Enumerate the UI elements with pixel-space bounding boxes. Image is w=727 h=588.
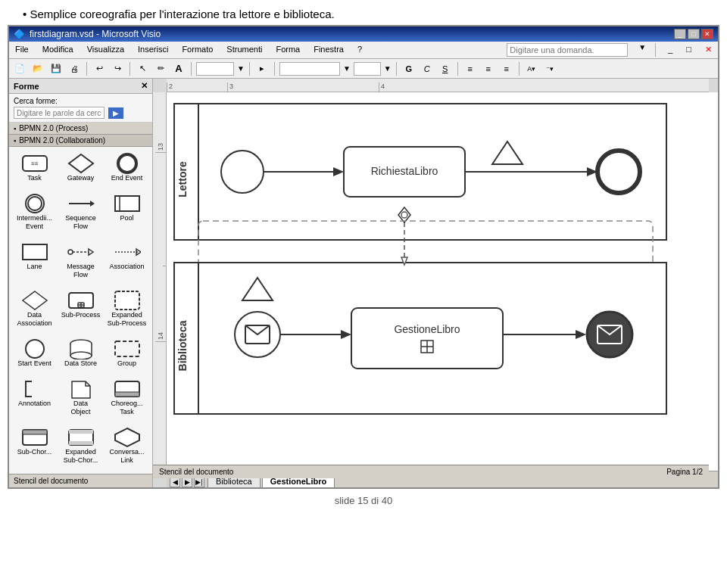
pencil-tool[interactable]: ✏: [153, 61, 168, 76]
svg-rect-35: [69, 441, 93, 445]
font-input[interactable]: Arial: [279, 62, 340, 76]
lettore-start-event[interactable]: [221, 151, 264, 193]
align-right-button[interactable]: ≡: [499, 61, 514, 76]
stencil-footer[interactable]: Stencil del documento: [9, 474, 152, 487]
font-dropdown-icon[interactable]: ▼: [343, 64, 351, 73]
new-button[interactable]: 📄: [12, 61, 27, 76]
stencil-bpmn-process[interactable]: ▪ BPMN 2.0 (Process): [9, 123, 152, 135]
shape-start-event[interactable]: Start Event: [12, 335, 57, 374]
save-button[interactable]: 💾: [48, 61, 64, 76]
shape-intermediate-event[interactable]: Intermedii... Event: [12, 190, 57, 237]
ruler-tick-v-2: [163, 153, 166, 266]
title-bar: 🔷 firstdiagram.vsd - Microsoft Visio _ □…: [9, 26, 718, 42]
shape-data-association-label: Data Association: [17, 311, 51, 328]
svg-rect-34: [69, 430, 93, 434]
shape-lane[interactable]: Lane: [12, 238, 57, 285]
italic-button[interactable]: C: [420, 61, 435, 76]
help-search-input[interactable]: [507, 43, 628, 57]
svg-rect-32: [23, 430, 47, 434]
fontsize-input[interactable]: 12pt: [354, 62, 381, 76]
shape-task[interactable]: ≡≡ Task: [12, 150, 57, 188]
pointer-tool[interactable]: ↖: [135, 61, 150, 76]
status-bar: Stencil del documento Pagina 1/2: [153, 465, 709, 478]
gestione-libro-task[interactable]: [351, 308, 503, 369]
print-button[interactable]: 🖨: [67, 61, 82, 76]
tab-prev-button[interactable]: ◀: [170, 477, 180, 487]
shapes-search-input[interactable]: [14, 107, 105, 119]
shape-expanded-sub-process[interactable]: Expanded Sub-Process: [105, 287, 149, 334]
slide-number: slide 15 di 40: [335, 495, 393, 506]
shape-data-store-label: Data Store: [64, 359, 97, 368]
menu-help[interactable]: ?: [354, 43, 365, 57]
menu-modifica[interactable]: Modifica: [39, 43, 76, 57]
text-tool[interactable]: A: [171, 61, 186, 76]
maximize-button[interactable]: □: [688, 29, 700, 39]
shape-data-object[interactable]: Data Object: [58, 375, 103, 422]
format-btn[interactable]: ▸: [254, 61, 270, 76]
menu-forma[interactable]: Forma: [273, 43, 303, 57]
shape-message-flow[interactable]: Message Flow: [58, 238, 103, 285]
shape-intermediate-event-label: Intermedii... Event: [17, 214, 52, 231]
shape-data-association[interactable]: Data Association: [12, 287, 57, 334]
shape-conversation-link[interactable]: Conversa... Link: [105, 424, 149, 471]
toolbar-restore-icon[interactable]: □: [683, 43, 694, 57]
shape-group[interactable]: Group: [105, 335, 149, 374]
shapes-search-button[interactable]: ▶: [108, 107, 123, 119]
shape-sub-choreo[interactable]: Sub-Chor...: [12, 424, 57, 471]
shape-conversation-link-icon: [114, 427, 141, 448]
richiesta-libro-label: RichiestaLibro: [371, 165, 438, 177]
toolbar-minimize-icon[interactable]: _: [665, 43, 676, 57]
underline-button[interactable]: S: [438, 61, 453, 76]
shape-end-event[interactable]: End Event: [105, 150, 149, 188]
menu-formato[interactable]: Formato: [179, 43, 216, 57]
shape-data-store[interactable]: Data Store: [58, 335, 103, 374]
close-button[interactable]: ✕: [701, 29, 713, 39]
redo-button[interactable]: ↪: [110, 61, 125, 76]
tab-next-button[interactable]: ▶: [182, 477, 192, 487]
shape-expanded-sub-choreo-label: Expanded Sub-Chor...: [64, 448, 98, 465]
svg-marker-36: [115, 428, 139, 446]
tab-last-button[interactable]: ▶|: [194, 477, 204, 487]
slide-footer: slide 15 di 40: [0, 489, 727, 512]
shape-annotation[interactable]: Annotation: [12, 375, 57, 422]
line-color-button[interactable]: ⁻▾: [542, 61, 557, 76]
menu-finestra[interactable]: Finestra: [310, 43, 347, 57]
open-button[interactable]: 📂: [30, 61, 45, 76]
shape-choreo-task[interactable]: Choreog... Task: [105, 375, 149, 422]
shape-association[interactable]: Association: [105, 238, 149, 285]
align-left-button[interactable]: ≡: [463, 61, 478, 76]
menu-inserisci[interactable]: Inserisci: [135, 43, 171, 57]
shape-data-object-label: Data Object: [70, 400, 90, 416]
undo-button[interactable]: ↩: [92, 61, 107, 76]
menu-visualizza[interactable]: Visualizza: [84, 43, 127, 57]
shape-task-label: Task: [27, 174, 42, 182]
stencil-bpmn-collab[interactable]: ▪ BPMN 2.0 (Collaboration): [9, 135, 152, 147]
shape-sequence-flow[interactable]: Sequence Flow: [58, 190, 103, 237]
align-center-button[interactable]: ≡: [481, 61, 496, 76]
ruler-tick-h-3: 4: [379, 82, 530, 92]
toolbar-close-icon[interactable]: ✕: [702, 43, 715, 57]
fill-color-button[interactable]: A▾: [524, 61, 539, 76]
shape-choreo-task-label: Choreog... Task: [111, 400, 142, 416]
sep8: [519, 62, 520, 76]
shape-message-flow-label: Message Flow: [67, 263, 95, 279]
minimize-button[interactable]: _: [674, 29, 686, 39]
shape-choreo-task-icon: [114, 378, 141, 400]
fontsize-dropdown-icon[interactable]: ▼: [384, 64, 392, 73]
zoom-input[interactable]: 290%: [196, 62, 234, 76]
main-area: Forme ✕ Cerca forme: ▶ ▪ BPMN 2.0 (Proce…: [9, 79, 718, 487]
menu-strumenti[interactable]: Strumenti: [223, 43, 265, 57]
bold-button[interactable]: G: [401, 61, 417, 76]
shape-expanded-sub-choreo[interactable]: Expanded Sub-Chor...: [58, 424, 103, 471]
shape-gateway[interactable]: Gateway: [58, 150, 103, 188]
shape-sub-process[interactable]: Sub-Process: [58, 287, 103, 334]
shape-pool[interactable]: Pool: [105, 190, 149, 237]
zoom-dropdown-icon[interactable]: ▼: [237, 64, 245, 73]
shapes-search-area: Cerca forme: ▶: [9, 94, 152, 123]
title-bar-controls[interactable]: _ □ ✕: [674, 29, 713, 39]
menu-file[interactable]: File: [12, 43, 32, 57]
help-search-icon[interactable]: ▼: [638, 43, 646, 57]
window-title: firstdiagram.vsd - Microsoft Visio: [30, 29, 161, 39]
lettore-end-event[interactable]: [598, 151, 640, 193]
shapes-close-icon[interactable]: ✕: [141, 81, 148, 91]
